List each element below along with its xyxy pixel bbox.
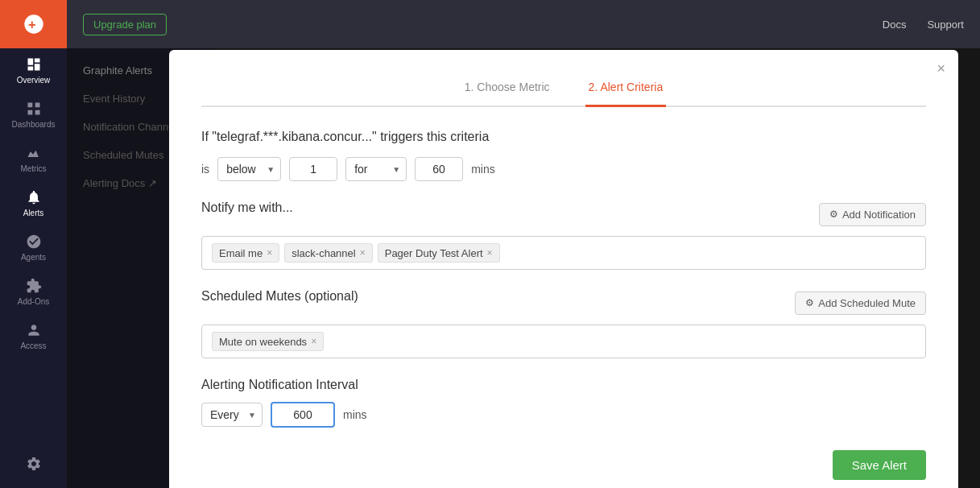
notify-tags-box[interactable]: Email me × slack-channel × Pager Duty Te… <box>201 236 926 270</box>
sidebar-item-addons[interactable]: Add-Ons <box>0 270 67 314</box>
docs-link[interactable]: Docs <box>883 19 907 31</box>
sidebar-overview-label: Overview <box>17 76 51 85</box>
gear-icon-mute: ⚙ <box>805 297 814 308</box>
tag-pager-duty: Pager Duty Test Alert × <box>378 243 500 263</box>
below-select-wrapper: below above equal <box>217 157 281 181</box>
interval-row: Every Once mins <box>201 402 926 428</box>
support-link[interactable]: Support <box>927 19 964 31</box>
interval-input[interactable] <box>271 402 335 428</box>
logo[interactable]: + <box>0 0 67 48</box>
scheduled-mutes-title: Scheduled Mutes (optional) <box>201 289 358 304</box>
mutes-tags-box[interactable]: Mute on weekends × <box>201 325 926 358</box>
modal-tabs: 1. Choose Metric 2. Alert Criteria <box>201 74 926 107</box>
sidebar-item-access[interactable]: Access <box>0 314 67 358</box>
every-select[interactable]: Every Once <box>201 403 263 427</box>
duration-input[interactable] <box>415 157 463 181</box>
interval-section: Alerting Notification Interval Every Onc… <box>201 378 926 428</box>
tag-email-me: Email me × <box>212 243 279 263</box>
sidebar-dashboards-label: Dashboards <box>12 120 56 129</box>
threshold-input[interactable] <box>289 157 337 181</box>
tag-slack-channel-label: slack-channel <box>292 247 356 259</box>
tag-slack-channel: slack-channel × <box>284 243 373 263</box>
topbar: Upgrade plan Docs Support <box>67 0 980 48</box>
tag-mute-weekends-label: Mute on weekends <box>219 336 307 348</box>
modal-close-button[interactable]: × <box>937 61 945 76</box>
duration-unit-label: mins <box>471 163 495 176</box>
sidebar-addons-label: Add-Ons <box>18 297 49 306</box>
sidebar-alerts-label: Alerts <box>23 209 44 217</box>
sidebar-agents-label: Agents <box>21 253 46 262</box>
tag-mute-weekends-remove[interactable]: × <box>311 336 316 347</box>
sidebar-item-dashboards[interactable]: Dashboards <box>0 93 67 137</box>
for-select[interactable]: for within <box>345 157 407 181</box>
condition-is-label: is <box>201 163 209 176</box>
sidebar: + Overview Dashboards Metrics Alerts Age… <box>0 0 67 488</box>
interval-title: Alerting Notification Interval <box>201 378 358 391</box>
criteria-title: If "telegraf.***.kibana.concur..." trigg… <box>201 130 926 144</box>
tag-pager-duty-label: Pager Duty Test Alert <box>385 247 483 259</box>
interval-unit-label: mins <box>343 408 367 421</box>
sidebar-item-alerts[interactable]: Alerts <box>0 181 67 225</box>
tab-choose-metric[interactable]: 1. Choose Metric <box>461 74 553 107</box>
save-alert-button[interactable]: Save Alert <box>833 450 926 480</box>
modal: × 1. Choose Metric 2. Alert Criteria If … <box>169 50 958 488</box>
tab-alert-criteria[interactable]: 2. Alert Criteria <box>585 74 667 107</box>
notify-title: Notify me with... <box>201 201 293 215</box>
tag-slack-channel-remove[interactable]: × <box>360 247 366 258</box>
sidebar-item-settings[interactable] <box>26 448 42 480</box>
svg-text:+: + <box>28 17 36 31</box>
every-select-wrapper: Every Once <box>201 403 263 427</box>
tag-pager-duty-remove[interactable]: × <box>487 247 493 258</box>
add-notification-button[interactable]: ⚙ Add Notification <box>819 203 926 226</box>
sidebar-access-label: Access <box>20 341 46 350</box>
upgrade-button[interactable]: Upgrade plan <box>83 14 167 35</box>
condition-row: is below above equal for within mins <box>201 157 926 181</box>
add-scheduled-mute-button[interactable]: ⚙ Add Scheduled Mute <box>795 292 926 315</box>
sidebar-item-overview[interactable]: Overview <box>0 48 67 93</box>
scheduled-mutes-header: Scheduled Mutes (optional) ⚙ Add Schedul… <box>201 289 926 316</box>
notify-header: Notify me with... ⚙ Add Notification <box>201 201 926 228</box>
tag-email-me-remove[interactable]: × <box>267 247 272 258</box>
gear-icon: ⚙ <box>829 209 838 220</box>
below-select[interactable]: below above equal <box>217 157 281 181</box>
tag-mute-weekends: Mute on weekends × <box>212 332 324 351</box>
tag-email-me-label: Email me <box>219 247 263 259</box>
for-select-wrapper: for within <box>345 157 407 181</box>
sidebar-item-agents[interactable]: Agents <box>0 225 67 270</box>
sidebar-item-metrics[interactable]: Metrics <box>0 137 67 181</box>
sidebar-metrics-label: Metrics <box>20 164 46 173</box>
